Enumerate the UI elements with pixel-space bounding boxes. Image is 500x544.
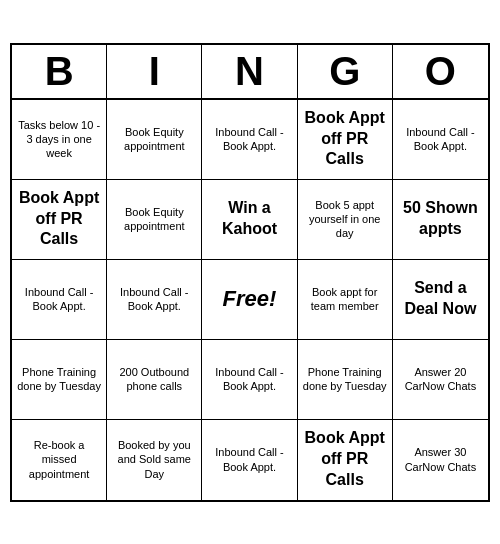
bingo-cell-4: Inbound Call - Book Appt. bbox=[393, 100, 488, 180]
bingo-letter-n: N bbox=[202, 45, 297, 98]
bingo-letter-g: G bbox=[298, 45, 393, 98]
bingo-cell-2: Inbound Call - Book Appt. bbox=[202, 100, 297, 180]
bingo-cell-19: Answer 20 CarNow Chats bbox=[393, 340, 488, 420]
bingo-cell-23: Book Appt off PR Calls bbox=[298, 420, 393, 500]
bingo-cell-5: Book Appt off PR Calls bbox=[12, 180, 107, 260]
bingo-letter-i: I bbox=[107, 45, 202, 98]
bingo-cell-22: Inbound Call - Book Appt. bbox=[202, 420, 297, 500]
bingo-cell-6: Book Equity appointment bbox=[107, 180, 202, 260]
bingo-cell-20: Re-book a missed appointment bbox=[12, 420, 107, 500]
bingo-cell-16: 200 Outbound phone calls bbox=[107, 340, 202, 420]
bingo-card: BINGO Tasks below 10 - 3 days in one wee… bbox=[10, 43, 490, 502]
bingo-cell-17: Inbound Call - Book Appt. bbox=[202, 340, 297, 420]
bingo-cell-21: Booked by you and Sold same Day bbox=[107, 420, 202, 500]
bingo-cell-9: 50 Shown appts bbox=[393, 180, 488, 260]
bingo-cell-0: Tasks below 10 - 3 days in one week bbox=[12, 100, 107, 180]
bingo-cell-15: Phone Training done by Tuesday bbox=[12, 340, 107, 420]
bingo-cell-8: Book 5 appt yourself in one day bbox=[298, 180, 393, 260]
bingo-header: BINGO bbox=[12, 45, 488, 100]
bingo-cell-14: Send a Deal Now bbox=[393, 260, 488, 340]
bingo-cell-11: Inbound Call - Book Appt. bbox=[107, 260, 202, 340]
bingo-letter-o: O bbox=[393, 45, 488, 98]
bingo-cell-18: Phone Training done by Tuesday bbox=[298, 340, 393, 420]
bingo-cell-1: Book Equity appointment bbox=[107, 100, 202, 180]
bingo-cell-24: Answer 30 CarNow Chats bbox=[393, 420, 488, 500]
bingo-cell-7: Win a Kahoot bbox=[202, 180, 297, 260]
bingo-cell-13: Book appt for team member bbox=[298, 260, 393, 340]
bingo-letter-b: B bbox=[12, 45, 107, 98]
bingo-grid: Tasks below 10 - 3 days in one weekBook … bbox=[12, 100, 488, 500]
bingo-cell-12: Free! bbox=[202, 260, 297, 340]
bingo-cell-10: Inbound Call - Book Appt. bbox=[12, 260, 107, 340]
bingo-cell-3: Book Appt off PR Calls bbox=[298, 100, 393, 180]
